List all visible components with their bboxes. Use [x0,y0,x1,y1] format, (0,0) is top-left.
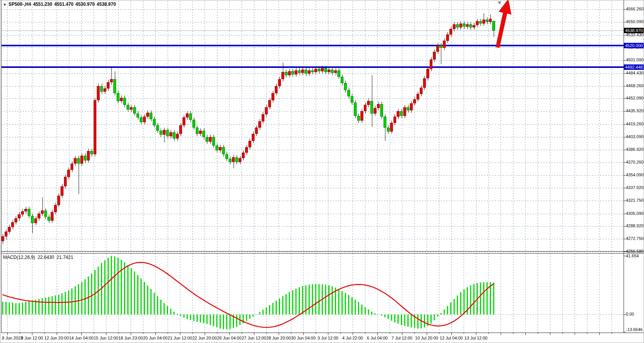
mt4-chart-window: { "header": { "menu_icon": "▼", "symbol_… [0,0,644,343]
up-arrow-annotation[interactable] [0,0,644,343]
